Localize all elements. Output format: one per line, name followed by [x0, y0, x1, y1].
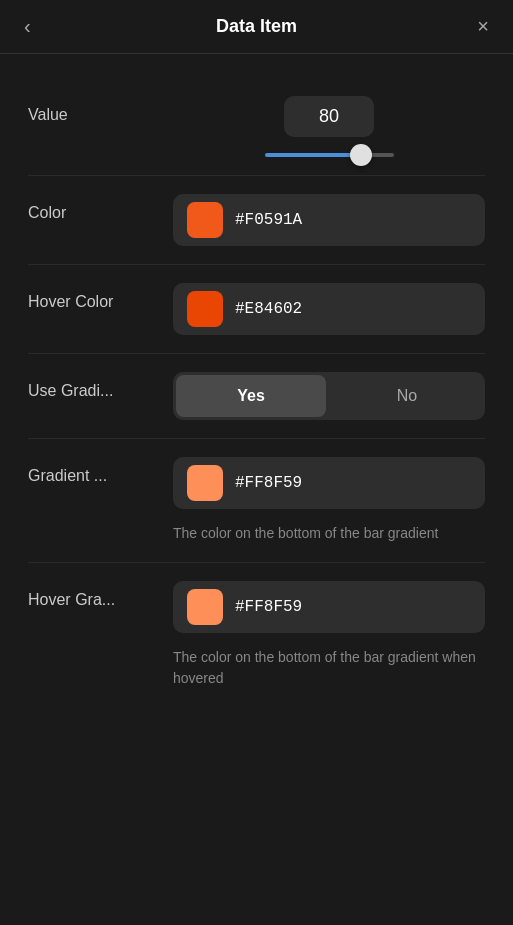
gradient-description: The color on the bottom of the bar gradi…	[173, 523, 485, 544]
value-slider[interactable]	[265, 153, 394, 157]
value-display: 80	[284, 96, 374, 137]
use-gradient-row: Use Gradi... Yes No	[28, 354, 485, 439]
hover-gradient-description: The color on the bottom of the bar gradi…	[173, 647, 485, 689]
hover-gradient-control: #FF8F59 The color on the bottom of the b…	[173, 581, 485, 689]
value-control: 80	[173, 96, 485, 157]
slider-container	[265, 153, 394, 157]
color-hex: #F0591A	[235, 211, 302, 229]
hover-color-field[interactable]: #E84602	[173, 283, 485, 335]
hover-gradient-color-field[interactable]: #FF8F59	[173, 581, 485, 633]
header: ‹ Data Item ×	[0, 0, 513, 54]
hover-color-hex: #E84602	[235, 300, 302, 318]
value-label: Value	[28, 96, 173, 124]
page-title: Data Item	[216, 16, 297, 37]
value-row: Value 80	[28, 78, 485, 176]
hover-color-row: Hover Color #E84602	[28, 265, 485, 354]
hover-color-label: Hover Color	[28, 283, 173, 311]
color-swatch	[187, 202, 223, 238]
gradient-row: Gradient ... #FF8F59 The color on the bo…	[28, 439, 485, 563]
hover-gradient-color-swatch	[187, 589, 223, 625]
hover-color-control: #E84602	[173, 283, 485, 335]
close-button[interactable]: ×	[469, 11, 497, 42]
hover-gradient-color-hex: #FF8F59	[235, 598, 302, 616]
use-gradient-control: Yes No	[173, 372, 485, 420]
toggle-yes[interactable]: Yes	[176, 375, 326, 417]
color-label: Color	[28, 194, 173, 222]
back-button[interactable]: ‹	[16, 11, 39, 42]
hover-color-swatch	[187, 291, 223, 327]
toggle-group: Yes No	[173, 372, 485, 420]
color-control: #F0591A	[173, 194, 485, 246]
gradient-color-field[interactable]: #FF8F59	[173, 457, 485, 509]
hover-gradient-label: Hover Gra...	[28, 581, 173, 609]
color-row: Color #F0591A	[28, 176, 485, 265]
gradient-control: #FF8F59 The color on the bottom of the b…	[173, 457, 485, 544]
gradient-color-hex: #FF8F59	[235, 474, 302, 492]
use-gradient-label: Use Gradi...	[28, 372, 173, 400]
gradient-label: Gradient ...	[28, 457, 173, 485]
toggle-no[interactable]: No	[332, 375, 482, 417]
hover-gradient-row: Hover Gra... #FF8F59 The color on the bo…	[28, 563, 485, 707]
color-field[interactable]: #F0591A	[173, 194, 485, 246]
gradient-color-swatch	[187, 465, 223, 501]
content: Value 80 Color #F0591A Hover Color #E846…	[0, 54, 513, 731]
